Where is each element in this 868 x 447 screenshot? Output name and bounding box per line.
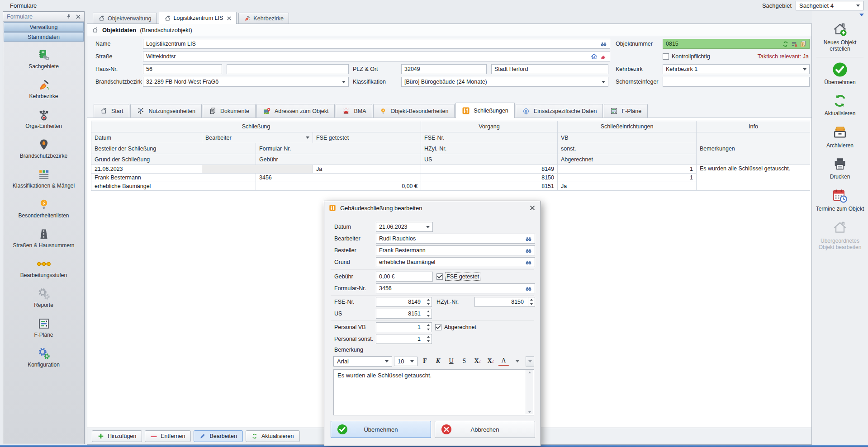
copy-document-icon[interactable]	[800, 40, 806, 47]
header-bearbeiter[interactable]: Bearbeiter	[202, 132, 313, 143]
schornsteinfeger-field[interactable]	[663, 77, 810, 87]
toolbar-more-button[interactable]	[526, 356, 534, 367]
sidebar-item-reporte[interactable]: Reporte	[3, 284, 84, 314]
tab-objektverwaltung[interactable]: Objektverwaltung	[93, 13, 157, 24]
eraser-icon[interactable]	[600, 53, 607, 60]
cell-sonst[interactable]: 1	[558, 174, 697, 182]
underline-button[interactable]: U	[446, 356, 457, 367]
tab-einsatzspezifische-daten[interactable]: Einsatzspezifische Daten	[516, 104, 603, 118]
brandschutzbezirk-select[interactable]: 32-289 FB Nord-West FraGö	[143, 77, 349, 87]
bold-button[interactable]: F	[419, 356, 431, 367]
remove-button[interactable]: Entfernen	[145, 430, 191, 442]
spin-down-button[interactable]	[425, 314, 432, 318]
tab-nutzungseinheiten[interactable]: Nutzungseinheiten	[130, 104, 202, 118]
cell-bearbeiter[interactable]	[202, 165, 313, 174]
grund-field[interactable]: erhebliche Baumängel	[376, 257, 535, 267]
spin-up-button[interactable]	[425, 309, 432, 314]
font-color-button[interactable]: A	[498, 357, 509, 366]
besteller-field[interactable]: Frank Bestermann	[376, 245, 535, 255]
hausnr-field[interactable]: 56	[143, 64, 222, 74]
spin-up-button[interactable]	[425, 334, 432, 339]
refresh-object-button[interactable]: Aktualisieren	[812, 89, 868, 121]
sidebar-item-bearbeitungsstufen[interactable]: Bearbeitungsstufen	[3, 254, 84, 284]
sidebar-item-besonderheitenlisten[interactable]: Besonderheitenlisten	[3, 195, 84, 225]
cell-bemerkungen[interactable]: Es wurden alle Schlüssel getauscht.	[697, 165, 810, 191]
print-button[interactable]: Drucken	[812, 153, 868, 184]
refresh-button[interactable]: Aktualisieren	[246, 430, 300, 442]
font-size-select[interactable]: 10	[394, 357, 417, 366]
refresh-icon[interactable]	[782, 41, 789, 47]
fse-getestet-checkbox[interactable]	[436, 273, 443, 280]
fse-nr-stepper[interactable]: 8149	[376, 297, 432, 307]
cell-datum[interactable]: 21.06.2023	[91, 165, 202, 174]
tab-kehrbezirke[interactable]: Kehrbezirke	[238, 13, 289, 24]
edit-button[interactable]: Bearbeiten	[194, 430, 242, 442]
personal-sonst-stepper[interactable]: 1	[376, 334, 432, 344]
hausnr-zusatz-field[interactable]	[227, 64, 349, 74]
sidebar-item-brandschutzbezirke[interactable]: Brandschutzbezirke	[3, 135, 84, 165]
tab-schliessungen[interactable]: Schließungen	[455, 103, 514, 118]
cell-grund[interactable]: erhebliche Baumängel	[91, 182, 256, 191]
toolbar-overflow-icon[interactable]	[859, 14, 864, 16]
sidebar-item-orga-einheiten[interactable]: Orga-Einheiten	[3, 105, 84, 135]
kehrbezirk-select[interactable]: Kehrbezirk 1	[663, 64, 810, 74]
binoculars-icon[interactable]	[600, 41, 607, 47]
spin-up-button[interactable]	[425, 297, 432, 302]
cell-formular-nr[interactable]: 3456	[256, 174, 421, 182]
superscript-button[interactable]: X2	[472, 356, 483, 367]
datum-select[interactable]: 21.06.2023	[376, 222, 433, 232]
objektnummer-field[interactable]: 0815	[663, 39, 810, 49]
pin-icon[interactable]	[66, 14, 72, 20]
section-stammdaten[interactable]: Stammdaten	[4, 32, 84, 42]
spin-down-button[interactable]	[425, 339, 432, 343]
subscript-button[interactable]: X2	[485, 356, 496, 367]
sidebar-item-konfiguration[interactable]: Konfiguration	[3, 344, 84, 374]
cell-besteller[interactable]: Frank Bestermann	[91, 174, 256, 182]
hzyl-stepper[interactable]: 8150	[474, 297, 535, 307]
archive-button[interactable]: Archivieren	[812, 121, 868, 153]
ort-field[interactable]: Stadt Herford	[491, 64, 608, 74]
italic-button[interactable]: K	[432, 356, 444, 367]
tab-adressen[interactable]: Adressen zum Objekt	[256, 104, 335, 118]
apply-button[interactable]: Übernehmen	[812, 58, 868, 89]
list-remove-icon[interactable]	[791, 41, 798, 47]
binoculars-icon[interactable]	[525, 285, 532, 292]
binoculars-icon[interactable]	[525, 259, 532, 265]
textarea-scrollbar[interactable]	[526, 370, 533, 414]
sidebar-item-klassifikationen[interactable]: Klassifikationen & Mängel	[3, 165, 84, 195]
kontrollpflichtig-checkbox[interactable]	[663, 53, 669, 60]
cell-vb[interactable]: 1	[558, 165, 697, 174]
tab-logistikzentrum-lis[interactable]: Logistikzentrum LIS	[159, 12, 237, 24]
personal-vb-stepper[interactable]: 1	[376, 322, 432, 332]
cancel-dialog-button[interactable]: Abbrechen	[435, 421, 535, 438]
klassifikation-select[interactable]: [Büro] Bürogebäude (24 Monate)	[401, 77, 608, 87]
close-panel-icon[interactable]	[75, 14, 81, 20]
tab-dokumente[interactable]: Dokumente	[203, 104, 256, 118]
spin-up-button[interactable]	[425, 323, 432, 327]
binoculars-icon[interactable]	[525, 247, 532, 254]
font-family-select[interactable]: Arial	[333, 356, 392, 367]
tab-bma[interactable]: BMA	[336, 104, 372, 118]
cell-fse-getestet[interactable]: Ja	[313, 165, 421, 174]
abgerechnet-checkbox[interactable]	[435, 324, 441, 330]
strasse-field[interactable]: Wittekindtsr 4	[143, 52, 610, 61]
cell-us[interactable]: 8151	[421, 182, 558, 191]
sachgebiet-select[interactable]: Sachgebiet 4	[796, 1, 863, 10]
formular-field[interactable]: 3456	[376, 283, 535, 293]
bemerkung-textarea[interactable]: Es wurden alle Schlüssel getauscht.	[333, 369, 534, 415]
tab-f-plaene[interactable]: F-Pläne	[604, 104, 648, 118]
plz-field[interactable]: 32049	[401, 64, 487, 74]
sidebar-item-sachgebiete[interactable]: Sachgebiete	[3, 46, 84, 75]
font-color-dropdown-icon[interactable]	[516, 360, 519, 362]
strikethrough-button[interactable]: S	[459, 356, 470, 367]
sidebar-item-kehrbezirke[interactable]: Kehrbezirke	[3, 75, 84, 105]
cell-fse-nr[interactable]: 8149	[421, 165, 558, 174]
spin-down-button[interactable]	[425, 327, 432, 332]
sidebar-item-strassen[interactable]: Straßen & Hausnummern	[3, 225, 84, 254]
spin-down-button[interactable]	[425, 302, 432, 306]
appointments-button[interactable]: Termine zum Objekt	[812, 184, 868, 216]
name-field[interactable]: Logistikzentrum LIS	[143, 39, 610, 49]
bearbeiter-field[interactable]: Rudi Rauchlos	[376, 234, 535, 244]
apply-dialog-button[interactable]: Übernehmen	[331, 421, 431, 438]
cell-abgerechnet[interactable]: Ja	[558, 182, 697, 191]
